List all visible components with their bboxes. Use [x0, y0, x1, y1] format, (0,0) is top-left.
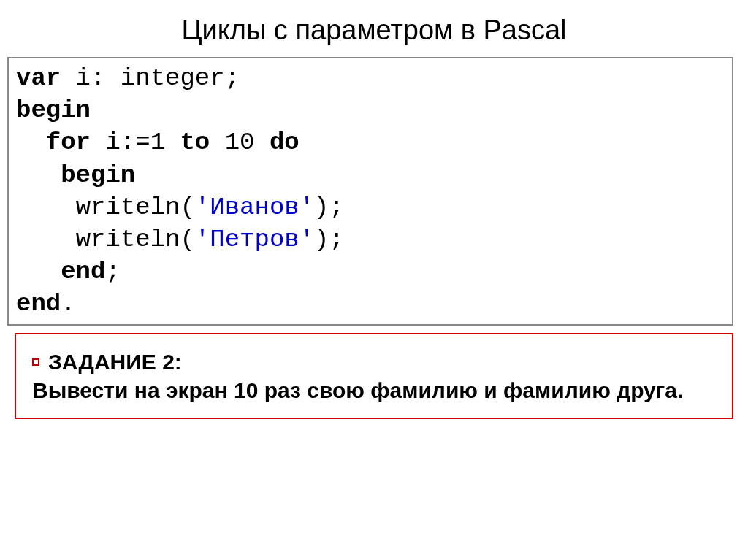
func-writeln: writeln( — [76, 226, 195, 253]
code-text: i:=1 — [91, 129, 180, 156]
task-body: Вывести на экран 10 раз свою фамилию и ф… — [32, 376, 716, 404]
indent — [16, 161, 61, 189]
keyword-begin: begin — [16, 96, 91, 124]
code-line-4: begin — [16, 159, 725, 191]
keyword-end-inner: end — [61, 258, 105, 285]
keyword-to: to — [180, 129, 210, 156]
code-line-5: writeln('Иванов'); — [16, 191, 725, 223]
task-header-text: ЗАДАНИЕ 2: — [48, 350, 182, 374]
indent — [16, 226, 76, 253]
page-title: Циклы с параметром в Pascal — [0, 0, 748, 53]
indent — [16, 258, 61, 285]
task-box: ЗАДАНИЕ 2: Вывести на экран 10 раз свою … — [15, 333, 733, 419]
code-line-2: begin — [16, 94, 725, 126]
code-text: ; — [105, 258, 120, 285]
keyword-do: do — [270, 129, 299, 156]
keyword-for: for — [46, 129, 91, 156]
string-literal: 'Иванов' — [195, 193, 314, 221]
keyword-end: end — [16, 290, 61, 318]
code-line-8: end. — [16, 288, 725, 320]
code-text: . — [61, 290, 75, 318]
code-text: 10 — [210, 129, 270, 156]
func-writeln: writeln( — [76, 193, 195, 221]
code-block: var i: integer; begin for i:=1 to 10 do … — [7, 57, 733, 326]
code-line-7: end; — [16, 256, 725, 288]
code-line-3: for i:=1 to 10 do — [16, 126, 725, 158]
indent — [16, 129, 46, 156]
code-text: ); — [314, 226, 344, 253]
code-line-1: var i: integer; — [16, 62, 725, 94]
keyword-var: var — [16, 64, 61, 92]
keyword-begin-inner: begin — [61, 161, 135, 189]
bullet-icon — [32, 358, 39, 366]
task-header: ЗАДАНИЕ 2: — [32, 348, 716, 376]
string-literal: 'Петров' — [195, 226, 314, 253]
code-text: i: integer; — [61, 64, 240, 92]
code-text: ); — [314, 193, 344, 221]
code-line-6: writeln('Петров'); — [16, 223, 725, 256]
indent — [16, 193, 76, 221]
